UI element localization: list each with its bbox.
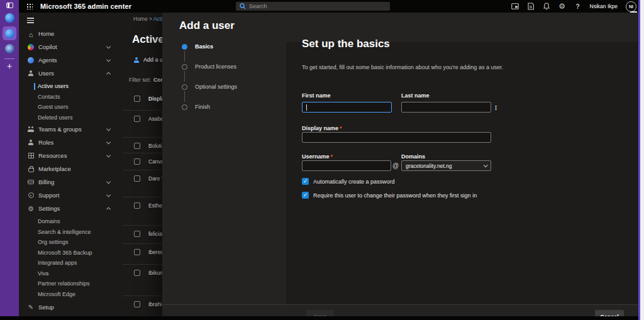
- domains-dropdown[interactable]: gracetonality.net.ng: [401, 160, 491, 171]
- row-checkbox[interactable]: [134, 143, 140, 149]
- user-name[interactable]: Nsikan Ikpe: [590, 3, 618, 9]
- checked-checkbox[interactable]: ✓: [302, 178, 309, 185]
- marketplace-icon: [27, 166, 35, 172]
- step-connector: [184, 51, 185, 62]
- auto-password-checkbox-row[interactable]: ✓ Automatically create a password: [302, 178, 395, 185]
- sidebar-item-roles[interactable]: Roles: [19, 136, 123, 149]
- username-field[interactable]: [302, 160, 391, 171]
- help-icon[interactable]: ?: [574, 3, 582, 10]
- row-checkbox[interactable]: [134, 202, 140, 209]
- chevron-down-icon: [106, 57, 111, 62]
- sidebar-item-active-users[interactable]: Active users: [19, 81, 123, 92]
- checked-checkbox[interactable]: ✓: [302, 192, 309, 199]
- sidebar-item-deleted-users[interactable]: Deleted users: [19, 113, 123, 123]
- billing-icon: [27, 180, 35, 184]
- user-display-name: Esther: [148, 202, 164, 209]
- teams-groups-icon: [27, 126, 35, 132]
- row-checkbox[interactable]: [134, 301, 140, 307]
- step-basics[interactable]: Basics: [182, 43, 213, 50]
- person-add-icon: [133, 57, 140, 63]
- app-icon-2[interactable]: [5, 44, 14, 53]
- row-checkbox[interactable]: [134, 116, 140, 122]
- hamburger-menu-icon[interactable]: [19, 13, 123, 27]
- sidebar-item-resources[interactable]: Resources: [19, 149, 123, 162]
- step-finish[interactable]: Finish: [182, 104, 210, 110]
- sidebar-item-support[interactable]: Support: [19, 189, 123, 202]
- last-name-field[interactable]: [401, 102, 491, 113]
- row-checkbox[interactable]: [134, 158, 140, 165]
- sidebar-item-guest-users[interactable]: Guest users: [19, 102, 123, 113]
- rail-divider: [4, 58, 14, 59]
- feedback-document-icon[interactable]: [527, 3, 535, 10]
- window-right-edge: [640, 0, 644, 320]
- chevron-down-icon: [106, 153, 111, 157]
- sidebar-item-settings[interactable]: Settings: [19, 202, 123, 215]
- window-bottom-edge: [0, 316, 644, 320]
- search-input[interactable]: [249, 3, 386, 9]
- sidebar-item-org-settings[interactable]: Org settings: [19, 237, 123, 248]
- require-change-checkbox-row[interactable]: ✓ Require this user to change their pass…: [302, 192, 477, 199]
- user-display-name: Ibrahi: [148, 301, 162, 307]
- user-display-name: felicia: [148, 231, 162, 237]
- sidebar-item-partner-relationships[interactable]: Partner relationships: [19, 279, 123, 289]
- sidebar-item-billing[interactable]: Billing: [19, 175, 123, 189]
- roles-icon: [27, 140, 35, 145]
- window-icon[interactable]: [511, 3, 519, 10]
- sidebar-item-marketplace[interactable]: Marketplace: [19, 162, 123, 175]
- chevron-down-icon: [106, 44, 111, 48]
- breadcrumb-separator: >: [149, 16, 152, 22]
- first-name-field[interactable]: [302, 102, 392, 113]
- select-all-checkbox[interactable]: [134, 96, 140, 102]
- panel-title: Add a user: [179, 19, 235, 32]
- sidebar-item-copilot[interactable]: Copilot: [19, 40, 123, 53]
- sidebar-item-domains[interactable]: Domains: [19, 216, 123, 227]
- step-optional-settings[interactable]: Optional settings: [182, 84, 237, 90]
- sidebar-item-m365-backup[interactable]: Microsoft 365 Backup: [19, 248, 123, 258]
- sidebar-item-contacts[interactable]: Contacts: [19, 92, 123, 102]
- chevron-down-icon: [106, 179, 111, 184]
- chevron-down-icon: [106, 126, 111, 131]
- notifications-bell-icon[interactable]: [543, 3, 550, 10]
- sidebar-item-integrated-apps[interactable]: Integrated apps: [19, 258, 123, 268]
- app-icon-1[interactable]: [5, 13, 14, 23]
- sidebar-item-setup[interactable]: Setup: [19, 301, 123, 314]
- breadcrumb-home[interactable]: Home: [133, 16, 148, 22]
- waffle-menu-icon[interactable]: [26, 3, 33, 9]
- app-window: + Microsoft 365 admin center ⚙ ? Nsikan …: [0, 0, 644, 320]
- pencil-icon: [27, 304, 35, 311]
- chevron-down-icon: [106, 192, 111, 197]
- row-checkbox[interactable]: [134, 270, 140, 276]
- display-name-label: Display name*: [302, 125, 342, 131]
- row-checkbox[interactable]: [134, 231, 140, 237]
- gear-icon: [27, 206, 35, 212]
- form-heading: Set up the basics: [302, 38, 390, 50]
- sidebar-item-teams-groups[interactable]: Teams & groups: [19, 123, 123, 136]
- user-display-name: Ibered: [148, 249, 164, 255]
- selected-domain: gracetonality.net.ng: [406, 163, 484, 169]
- step-connector: [184, 71, 185, 82]
- step-product-licenses[interactable]: Product licenses: [182, 63, 236, 70]
- sidebar-item-home[interactable]: Home: [19, 27, 123, 40]
- users-icon: [27, 70, 35, 76]
- step-dot-filled: [182, 44, 187, 50]
- settings-gear-icon[interactable]: ⚙: [558, 3, 566, 10]
- filter-set[interactable]: Filter set:Com: [129, 77, 165, 83]
- global-search[interactable]: [236, 2, 390, 11]
- add-app-button[interactable]: +: [7, 62, 12, 70]
- window-edge-highlight: [630, 11, 637, 13]
- avatar[interactable]: NI: [626, 1, 636, 12]
- sidebar-item-agents[interactable]: Agents: [19, 53, 123, 67]
- panel-body: [286, 42, 638, 304]
- home-icon: [27, 28, 35, 40]
- sidebar-toggle-icon[interactable]: [6, 3, 13, 8]
- row-checkbox[interactable]: [134, 249, 140, 255]
- sidebar-item-search-intelligence[interactable]: Search & intelligence: [19, 227, 123, 238]
- row-checkbox[interactable]: [134, 175, 140, 182]
- display-name-field[interactable]: [302, 132, 491, 143]
- sidebar-item-microsoft-edge[interactable]: Microsoft Edge: [19, 289, 123, 300]
- chevron-down-icon: [484, 163, 488, 167]
- active-app-tile[interactable]: [3, 26, 16, 40]
- text-caret: [306, 104, 307, 111]
- sidebar-item-viva[interactable]: Viva: [19, 268, 123, 279]
- sidebar-item-users[interactable]: Users: [19, 67, 123, 80]
